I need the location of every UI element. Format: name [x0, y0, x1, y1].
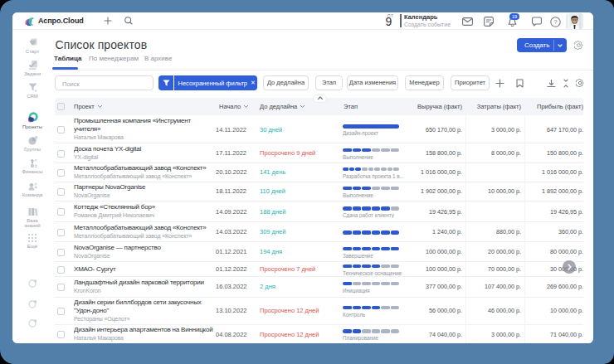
- svg-text:?: ?: [553, 18, 558, 26]
